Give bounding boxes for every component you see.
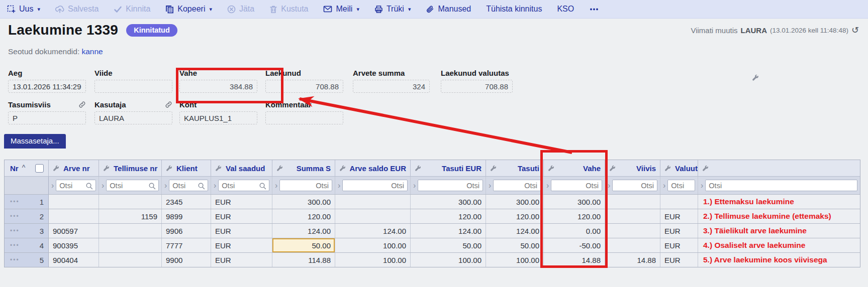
cell-arve_saldo_eur[interactable] xyxy=(335,209,411,223)
cell-arve_saldo_eur[interactable] xyxy=(335,195,411,209)
cell-arve_nr[interactable]: 900597 xyxy=(49,224,99,238)
cell-klient[interactable]: 7777 xyxy=(162,238,211,252)
sort-asc-icon[interactable]: ^ xyxy=(22,164,26,172)
cell-val_saadud[interactable]: EUR xyxy=(211,209,272,223)
column-header-note[interactable] xyxy=(698,160,860,176)
cell-vahe[interactable]: 300.00 xyxy=(544,195,605,209)
search-input-tasuti[interactable] xyxy=(493,180,541,191)
wrench-icon[interactable] xyxy=(215,165,222,172)
search-input-valuuta[interactable] xyxy=(667,180,695,191)
koht-input[interactable]: KAUPLUS1_1 xyxy=(179,111,257,124)
cell-arve_nr[interactable]: 900404 xyxy=(49,253,99,267)
search-input-viivis[interactable] xyxy=(612,180,657,191)
cell-val_saadud[interactable]: EUR xyxy=(211,195,272,209)
cell-klient[interactable]: 9899 xyxy=(162,209,211,223)
chevron-right-icon[interactable]: › xyxy=(701,182,703,190)
wrench-icon[interactable] xyxy=(339,165,346,172)
cell-arve_saldo_eur[interactable]: 100.00 xyxy=(335,238,411,252)
row-drag-handle[interactable]: ••• xyxy=(10,242,20,249)
form-settings-wrench-icon[interactable] xyxy=(752,74,759,83)
column-header-viivis[interactable]: Viivis xyxy=(605,160,660,176)
chevron-right-icon[interactable]: › xyxy=(164,182,167,190)
column-header-arve_nr[interactable]: Arve nr xyxy=(49,160,99,176)
toolbar-item-kso[interactable]: KSO xyxy=(557,5,574,14)
cell-klient[interactable]: 9900 xyxy=(162,253,211,267)
cell-tellimuse_nr[interactable] xyxy=(99,195,162,209)
cell-viivis[interactable] xyxy=(605,209,660,223)
cell-valuuta[interactable] xyxy=(660,195,698,209)
wrench-icon[interactable] xyxy=(166,165,172,172)
search-input-arve_saldo_eur[interactable] xyxy=(342,180,408,191)
search-input-summa_s[interactable] xyxy=(279,180,332,191)
cell-val_saadud[interactable]: EUR xyxy=(211,238,272,252)
chevron-right-icon[interactable]: › xyxy=(608,182,610,190)
cell-tellimuse_nr[interactable] xyxy=(99,238,162,252)
cell-val_saadud[interactable]: EUR xyxy=(211,224,272,238)
column-header-klient[interactable]: Klient xyxy=(162,160,211,176)
cell-viivis[interactable] xyxy=(605,224,660,238)
toolbar-item-j-ta[interactable]: Jäta xyxy=(227,5,254,14)
massasetaja-button[interactable]: Massasetaja... xyxy=(4,134,66,149)
cell-summa_s[interactable]: 124.00 xyxy=(272,224,335,238)
column-header-valuuta[interactable]: Valuuta xyxy=(660,160,698,176)
cell-summa_s[interactable]: 114.88 xyxy=(272,253,335,267)
toolbar-item-t-hista-kinnitus[interactable]: Tühista kinnitus xyxy=(486,5,542,14)
cell-valuuta[interactable]: EUR xyxy=(660,253,698,267)
aeg-input[interactable]: 13.01.2026 11:34:29 xyxy=(8,80,86,93)
select-all-checkbox[interactable] xyxy=(35,164,44,173)
chevron-right-icon[interactable]: › xyxy=(275,182,277,190)
column-header-tasuti_eur[interactable]: Tasuti EUR xyxy=(411,160,486,176)
cell-tasuti[interactable]: 50.00 xyxy=(486,238,544,252)
chevron-right-icon[interactable]: › xyxy=(413,182,416,190)
cell-valuuta[interactable]: EUR xyxy=(660,224,698,238)
toolbar-item-tr-ki[interactable]: Trüki▾ xyxy=(374,5,411,14)
cell-tellimuse_nr[interactable] xyxy=(99,224,162,238)
kasutaja-input[interactable]: LAURA xyxy=(94,111,172,124)
column-header-vahe[interactable]: Vahe xyxy=(544,160,605,176)
toolbar-item-kustuta[interactable]: Kustuta xyxy=(269,5,308,14)
toolbar-item-more[interactable] xyxy=(589,5,599,14)
wrench-icon[interactable] xyxy=(664,165,671,172)
cell-tellimuse_nr[interactable]: 1159 xyxy=(99,209,162,223)
wrench-icon[interactable] xyxy=(490,165,497,172)
cell-tasuti_eur[interactable]: 50.00 xyxy=(411,238,486,252)
cell-tellimuse_nr[interactable] xyxy=(99,253,162,267)
link-icon[interactable] xyxy=(78,101,86,108)
toolbar-item-kinnita[interactable]: Kinnita xyxy=(114,5,150,14)
row-drag-handle[interactable]: ••• xyxy=(10,227,20,234)
toolbar-item-kopeeri[interactable]: Kopeeri▾ xyxy=(165,5,212,14)
column-header-tasuti[interactable]: Tasuti xyxy=(486,160,544,176)
toolbar-item-uus[interactable]: Uus▾ xyxy=(7,5,40,14)
wrench-icon[interactable] xyxy=(53,165,59,172)
wrench-icon[interactable] xyxy=(276,165,283,172)
wrench-icon[interactable] xyxy=(702,165,709,172)
search-input-vahe[interactable] xyxy=(551,180,602,191)
column-header-tellimuse_nr[interactable]: Tellimuse nr xyxy=(99,160,162,176)
wrench-icon[interactable] xyxy=(548,165,554,172)
chevron-right-icon[interactable]: › xyxy=(546,182,549,190)
cell-tasuti_eur[interactable]: 124.00 xyxy=(411,224,486,238)
cell-arve_nr[interactable] xyxy=(49,209,99,223)
wrench-icon[interactable] xyxy=(103,165,110,172)
cell-arve_nr[interactable]: 900395 xyxy=(49,238,99,252)
cell-tasuti_eur[interactable]: 300.00 xyxy=(411,195,486,209)
cell-tasuti_eur[interactable]: 120.00 xyxy=(411,209,486,223)
cell-klient[interactable]: 2345 xyxy=(162,195,211,209)
wrench-icon[interactable] xyxy=(609,165,616,172)
search-input-tasuti_eur[interactable] xyxy=(418,180,483,191)
cell-summa_s[interactable]: 120.00 xyxy=(272,209,335,223)
cell-valuuta[interactable]: EUR xyxy=(660,238,698,252)
search-input-tellimuse_nr[interactable] xyxy=(106,180,159,191)
row-drag-handle[interactable]: ••• xyxy=(10,213,20,220)
row-drag-handle[interactable]: ••• xyxy=(10,198,20,205)
chevron-right-icon[interactable]: › xyxy=(51,182,54,190)
cell-tasuti[interactable]: 100.00 xyxy=(486,253,544,267)
row-drag-handle[interactable]: ••• xyxy=(10,256,20,263)
arvete-summa-input[interactable]: 324 xyxy=(353,80,430,93)
cell-tasuti[interactable]: 120.00 xyxy=(486,209,544,223)
cell-arve_saldo_eur[interactable]: 100.00 xyxy=(335,253,411,267)
column-header-val_saadud[interactable]: Val saadud xyxy=(211,160,272,176)
tasumisviis-input[interactable]: P xyxy=(8,111,86,124)
cell-vahe[interactable]: 0.00 xyxy=(544,224,605,238)
toolbar-item-meili[interactable]: Meili▾ xyxy=(323,5,359,14)
